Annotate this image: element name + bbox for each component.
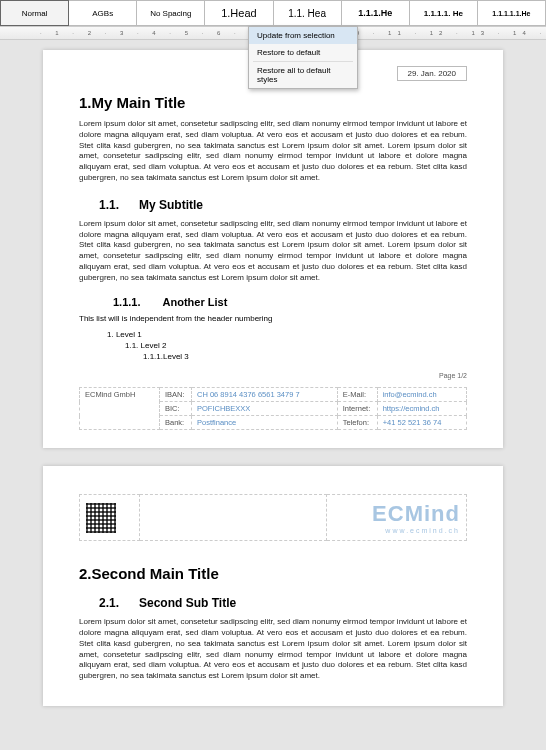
style-head1[interactable]: 1.Head [205, 0, 273, 26]
h2-number: 1.1. [99, 198, 119, 212]
footer-internet-label: Internet: [337, 402, 377, 416]
h1-number: 2. [79, 565, 92, 582]
footer-bic: POFICHBEXXX [192, 402, 338, 416]
footer-email-label: E-Mail: [337, 388, 377, 402]
list-item[interactable]: 1.1.1.Level 3 [107, 351, 467, 362]
footer-internet[interactable]: https://ecmind.ch [377, 402, 466, 416]
h2-text: Second Sub Title [139, 596, 236, 610]
h2-number: 2.1. [99, 596, 119, 610]
list-item[interactable]: 1.1. Level 2 [107, 340, 467, 351]
document-canvas[interactable]: 29. Jan. 2020 1.My Main Title Lorem ipsu… [0, 40, 546, 750]
style-normal[interactable]: Normal [0, 0, 69, 26]
heading-1[interactable]: 2.Second Main Title [79, 565, 467, 582]
footer-bic-label: BIC: [160, 402, 192, 416]
h3-number: 1.1.1. [113, 296, 141, 308]
brand-logo: ECMind [333, 501, 460, 527]
heading-2[interactable]: 1.1. My Subtitle [79, 198, 467, 212]
footer-tel: +41 52 521 36 74 [377, 416, 466, 430]
style-no-spacing[interactable]: No Spacing [137, 0, 205, 26]
style-head4[interactable]: 1.1.1.1. He [410, 0, 478, 26]
style-head5[interactable]: 1.1.1.1.1.He [478, 0, 546, 26]
letterhead-table: ECMind www.ecmind.ch [79, 494, 467, 541]
style-head2[interactable]: 1.1. Hea [274, 0, 342, 26]
footer-iban-label: IBAN: [160, 388, 192, 402]
qr-code-icon [86, 503, 116, 533]
footer-table: ECMind GmbH IBAN: CH 06 8914 4376 6561 3… [79, 387, 467, 430]
style-agbs[interactable]: AGBs [69, 0, 137, 26]
style-toolbar: Normal AGBs No Spacing 1.Head 1.1. Hea 1… [0, 0, 546, 26]
h1-text: Second Main Title [92, 565, 219, 582]
style-context-menu: Update from selection Restore to default… [248, 26, 358, 89]
list-item[interactable]: 1. Level 1 [107, 329, 467, 340]
menu-update-from-selection[interactable]: Update from selection [249, 27, 357, 44]
menu-restore-all[interactable]: Restore all to default styles [249, 62, 357, 88]
footer-company: ECMind GmbH [80, 388, 160, 430]
h3-text: Another List [163, 296, 228, 308]
numbered-list[interactable]: 1. Level 1 1.1. Level 2 1.1.1.Level 3 [79, 329, 467, 363]
h1-text: My Main Title [92, 94, 186, 111]
page-number: Page 1/2 [79, 372, 467, 379]
paragraph-3[interactable]: Lorem ipsum dolor sit amet, consetetur s… [79, 617, 467, 682]
page-2[interactable]: ECMind www.ecmind.ch 2.Second Main Title… [43, 466, 503, 706]
brand-url: www.ecmind.ch [333, 527, 460, 534]
heading-2[interactable]: 2.1. Second Sub Title [79, 596, 467, 610]
page-1[interactable]: 29. Jan. 2020 1.My Main Title Lorem ipsu… [43, 50, 503, 448]
heading-1[interactable]: 1.My Main Title [79, 94, 467, 111]
list-intro[interactable]: This list will is independent from the h… [79, 314, 467, 323]
paragraph-1[interactable]: Lorem ipsum dolor sit amet, consetetur s… [79, 119, 467, 184]
footer-bank: Postfinance [192, 416, 338, 430]
h2-text: My Subtitle [139, 198, 203, 212]
date-field: 29. Jan. 2020 [397, 66, 467, 81]
menu-restore-to-default[interactable]: Restore to default [249, 44, 357, 61]
heading-3[interactable]: 1.1.1. Another List [79, 296, 467, 308]
style-head3[interactable]: 1.1.1.He [342, 0, 410, 26]
paragraph-2[interactable]: Lorem ipsum dolor sit amet, consetetur s… [79, 219, 467, 284]
footer-iban: CH 06 8914 4376 6561 3479 7 [192, 388, 338, 402]
footer-email[interactable]: info@ecmind.ch [377, 388, 466, 402]
footer-bank-label: Bank: [160, 416, 192, 430]
footer-tel-label: Telefon: [337, 416, 377, 430]
h1-number: 1. [79, 94, 92, 111]
